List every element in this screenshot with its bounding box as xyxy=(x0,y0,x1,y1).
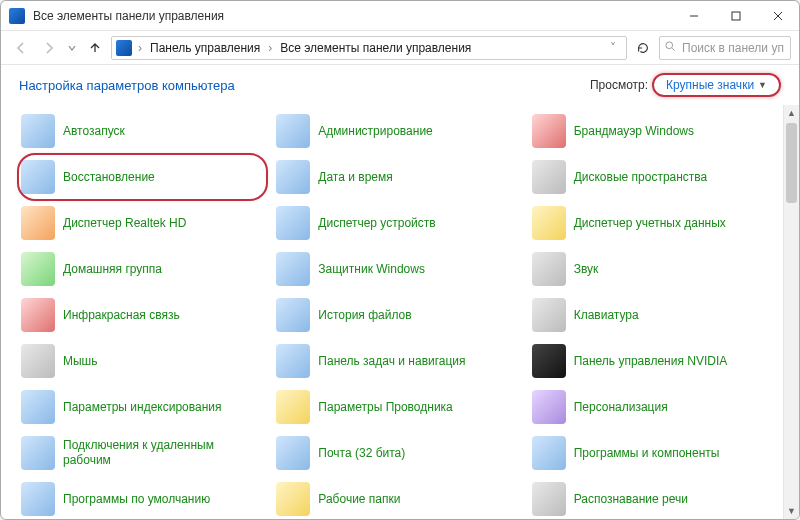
homegroup-icon xyxy=(21,252,55,286)
file-history-icon xyxy=(276,298,310,332)
control-panel-item[interactable]: Восстановление xyxy=(19,155,266,199)
item-label: Рабочие папки xyxy=(318,492,400,507)
titlebar: Все элементы панели управления xyxy=(1,1,799,31)
control-panel-item[interactable]: Мышь xyxy=(19,339,266,383)
items-grid: АвтозапускАдминистрированиеБрандмауэр Wi… xyxy=(19,109,777,519)
close-button[interactable] xyxy=(757,1,799,30)
control-panel-item[interactable]: Автозапуск xyxy=(19,109,266,153)
item-label: Инфракрасная связь xyxy=(63,308,180,323)
chevron-down-icon: ▼ xyxy=(758,80,767,90)
autoplay-icon xyxy=(21,114,55,148)
control-panel-item[interactable]: Распознавание речи xyxy=(530,477,777,519)
search-box[interactable] xyxy=(659,36,791,60)
item-label: Восстановление xyxy=(63,170,155,185)
search-icon xyxy=(664,40,676,55)
item-label: Подключения к удаленным рабочим xyxy=(63,438,264,468)
control-panel-item[interactable]: Дисковые пространства xyxy=(530,155,777,199)
control-panel-item[interactable]: Программы по умолчанию xyxy=(19,477,266,519)
admin-tools-icon xyxy=(276,114,310,148)
control-panel-item[interactable]: Программы и компоненты xyxy=(530,431,777,475)
control-panel-item[interactable]: Персонализация xyxy=(530,385,777,429)
item-label: Диспетчер учетных данных xyxy=(574,216,726,231)
svg-point-1 xyxy=(666,42,673,49)
header-row: Настройка параметров компьютера Просмотр… xyxy=(1,65,799,105)
control-panel-item[interactable]: Защитник Windows xyxy=(274,247,521,291)
credential-manager-icon xyxy=(532,206,566,240)
breadcrumb-dropdown-icon[interactable]: ˅ xyxy=(604,41,622,55)
storage-spaces-icon xyxy=(532,160,566,194)
control-panel-item[interactable]: Параметры Проводника xyxy=(274,385,521,429)
default-programs-icon xyxy=(21,482,55,516)
control-panel-item[interactable]: Инфракрасная связь xyxy=(19,293,266,337)
item-label: Параметры Проводника xyxy=(318,400,452,415)
control-panel-item[interactable]: Параметры индексирования xyxy=(19,385,266,429)
item-label: Клавиатура xyxy=(574,308,639,323)
item-label: Администрирование xyxy=(318,124,432,139)
control-panel-item[interactable]: Почта (32 бита) xyxy=(274,431,521,475)
speech-icon xyxy=(532,482,566,516)
item-label: Дата и время xyxy=(318,170,392,185)
control-panel-item[interactable]: Диспетчер устройств xyxy=(274,201,521,245)
item-label: Брандмауэр Windows xyxy=(574,124,694,139)
mail-icon xyxy=(276,436,310,470)
realtek-icon xyxy=(21,206,55,240)
breadcrumb[interactable]: › Панель управления › Все элементы панел… xyxy=(111,36,627,60)
search-input[interactable] xyxy=(680,40,786,56)
item-label: Диспетчер устройств xyxy=(318,216,435,231)
explorer-options-icon xyxy=(276,390,310,424)
item-label: Мышь xyxy=(63,354,98,369)
content-area: АвтозапускАдминистрированиеБрандмауэр Wi… xyxy=(1,105,799,519)
refresh-button[interactable] xyxy=(631,36,655,60)
chevron-right-icon: › xyxy=(266,41,274,55)
forward-button[interactable] xyxy=(37,36,61,60)
remote-desktop-icon xyxy=(21,436,55,470)
control-panel-item[interactable]: Домашняя группа xyxy=(19,247,266,291)
control-panel-item[interactable]: Дата и время xyxy=(274,155,521,199)
control-panel-item[interactable]: Рабочие папки xyxy=(274,477,521,519)
item-label: Программы и компоненты xyxy=(574,446,720,461)
item-label: Дисковые пространства xyxy=(574,170,708,185)
scrollbar[interactable]: ▲ ▼ xyxy=(783,105,799,519)
date-time-icon xyxy=(276,160,310,194)
up-button[interactable] xyxy=(83,36,107,60)
control-panel-window: Все элементы панели управления xyxy=(0,0,800,520)
control-panel-item[interactable]: История файлов xyxy=(274,293,521,337)
breadcrumb-item[interactable]: Все элементы панели управления xyxy=(276,39,475,57)
scroll-up-button[interactable]: ▲ xyxy=(784,105,799,121)
control-panel-item[interactable]: Диспетчер Realtek HD xyxy=(19,201,266,245)
taskbar-icon xyxy=(276,344,310,378)
infrared-icon xyxy=(21,298,55,332)
sound-icon xyxy=(532,252,566,286)
maximize-button[interactable] xyxy=(715,1,757,30)
item-label: Параметры индексирования xyxy=(63,400,221,415)
back-button[interactable] xyxy=(9,36,33,60)
scroll-down-button[interactable]: ▼ xyxy=(784,503,799,519)
control-panel-item[interactable]: Клавиатура xyxy=(530,293,777,337)
control-panel-item[interactable]: Подключения к удаленным рабочим xyxy=(19,431,266,475)
item-label: Защитник Windows xyxy=(318,262,425,277)
recent-locations-button[interactable] xyxy=(65,36,79,60)
item-label: История файлов xyxy=(318,308,411,323)
window-title: Все элементы панели управления xyxy=(33,9,673,23)
control-panel-item[interactable]: Диспетчер учетных данных xyxy=(530,201,777,245)
nvidia-icon xyxy=(532,344,566,378)
scroll-thumb[interactable] xyxy=(786,123,797,203)
item-label: Панель управления NVIDIA xyxy=(574,354,728,369)
control-panel-item[interactable]: Панель задач и навигация xyxy=(274,339,521,383)
control-panel-item[interactable]: Администрирование xyxy=(274,109,521,153)
breadcrumb-item[interactable]: Панель управления xyxy=(146,39,264,57)
item-label: Автозапуск xyxy=(63,124,125,139)
page-title: Настройка параметров компьютера xyxy=(19,78,235,93)
control-panel-item[interactable]: Панель управления NVIDIA xyxy=(530,339,777,383)
minimize-button[interactable] xyxy=(673,1,715,30)
control-panel-item[interactable]: Звук xyxy=(530,247,777,291)
keyboard-icon xyxy=(532,298,566,332)
control-panel-item[interactable]: Брандмауэр Windows xyxy=(530,109,777,153)
defender-icon xyxy=(276,252,310,286)
navigation-bar: › Панель управления › Все элементы панел… xyxy=(1,31,799,65)
view-dropdown[interactable]: Крупные значки ▼ xyxy=(652,73,781,97)
work-folders-icon xyxy=(276,482,310,516)
view-selector: Просмотр: Крупные значки ▼ xyxy=(590,73,781,97)
control-panel-icon xyxy=(116,40,132,56)
svg-rect-0 xyxy=(732,12,740,20)
